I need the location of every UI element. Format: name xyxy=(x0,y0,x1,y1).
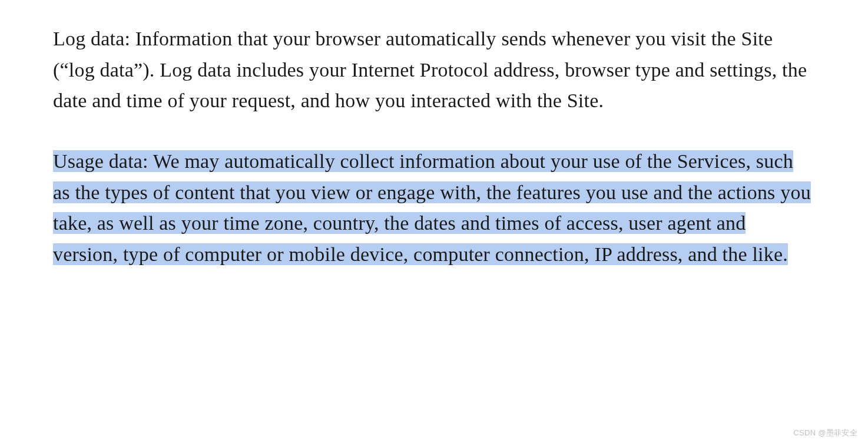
log-data-paragraph: Log data: Information that your browser … xyxy=(53,24,815,117)
highlighted-text: Usage data: We may automatically collect… xyxy=(53,150,811,265)
csdn-watermark: CSDN @墨菲安全 xyxy=(793,428,857,438)
usage-data-paragraph: Usage data: We may automatically collect… xyxy=(53,146,815,270)
